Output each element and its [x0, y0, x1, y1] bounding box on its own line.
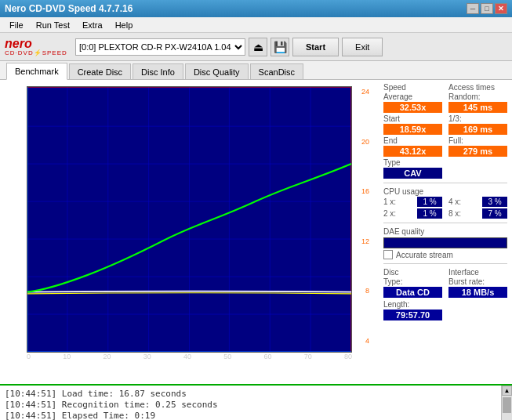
end-label: End [383, 136, 442, 145]
cpu-4x-value: 3 % [482, 197, 507, 207]
accurate-stream-row: Accurate stream [383, 250, 507, 259]
save-icon-button[interactable]: 💾 [271, 38, 289, 56]
x-axis-labels: 0 10 20 30 40 50 60 70 80 [27, 351, 352, 360]
chart-outer: 56 X 48 X 40 X 32 X 24 X 16 X 8 X 0 [27, 86, 352, 362]
cpu-row-2x: 2 x: 1 % [383, 208, 442, 219]
right-panel: Speed Average 32.53x Start 18.59x End 43… [379, 80, 512, 384]
start-label: Start [383, 114, 442, 123]
accurate-stream-label: Accurate stream [396, 251, 453, 259]
nero-brand: nero [5, 38, 32, 50]
cdvd-brand: CD·DVD⚡SPEED [5, 50, 67, 56]
speed-access-group: Speed Average 32.53x Start 18.59x End 43… [383, 83, 507, 179]
average-value: 32.53x [383, 102, 442, 113]
window-controls: ─ □ ✕ [467, 3, 507, 14]
exit-button[interactable]: Exit [342, 38, 383, 56]
disc-interface-group: Disc Type: Data CD Length: 79:57.70 Inte… [383, 268, 507, 320]
chart-svg [27, 87, 351, 352]
divider-3 [383, 263, 507, 264]
burst-label: Burst rate: [448, 277, 507, 286]
tab-scan-disc[interactable]: ScanDisc [250, 63, 303, 79]
tab-bar: Benchmark Create Disc Disc Info Disc Qua… [0, 61, 512, 80]
dae-label: DAE quality [383, 227, 507, 236]
y-axis-left: 56 X 48 X 40 X 32 X 24 X 16 X 8 X 0 [5, 86, 20, 346]
cpu-col-2: 4 x: 3 % 8 x: 7 % [448, 197, 507, 219]
type-value: CAV [383, 168, 442, 179]
main-content: 56 X 48 X 40 X 32 X 24 X 16 X 8 X 0 [0, 80, 512, 384]
dae-group: DAE quality Accurate stream [383, 227, 507, 259]
y-axis-right: 24 20 16 12 8 4 [361, 86, 369, 346]
divider-2 [383, 223, 507, 223]
cpu-col-1: 1 x: 1 % 2 x: 1 % [383, 197, 442, 219]
disc-type-sublabel: Type: [383, 277, 442, 286]
one-third-value: 169 ms [448, 124, 507, 135]
eject-icon-button[interactable]: ⏏ [249, 38, 267, 56]
log-line-2: [10:44:51] Elapsed Time: 0:19 [5, 411, 496, 420]
cpu-2x-value: 1 % [417, 208, 442, 219]
scroll-thumb[interactable] [503, 397, 511, 413]
device-select[interactable]: [0:0] PLEXTOR CD-R PX-W2410A 1.04 [75, 38, 245, 56]
menu-bar: File Run Test Extra Help [0, 17, 512, 33]
tab-benchmark[interactable]: Benchmark [6, 63, 67, 80]
title-bar: Nero CD-DVD Speed 4.7.7.16 ─ □ ✕ [0, 0, 512, 17]
random-value: 145 ms [448, 102, 507, 113]
nero-logo: nero CD·DVD⚡SPEED [5, 35, 67, 59]
log-line-1: [10:44:51] Recognition time: 0.25 second… [5, 400, 496, 410]
close-button[interactable]: ✕ [495, 3, 507, 14]
minimize-button[interactable]: ─ [467, 3, 479, 14]
log-line-0: [10:44:51] Load time: 16.87 seconds [5, 389, 496, 399]
burst-value: 18 MB/s [448, 287, 507, 298]
length-label: Length: [383, 300, 442, 309]
disc-col: Disc Type: Data CD Length: 79:57.70 [383, 268, 442, 320]
one-third-label: 1/3: [448, 114, 507, 123]
type-label: Type [383, 158, 442, 167]
tab-disc-info[interactable]: Disc Info [133, 63, 183, 79]
cpu-1x-value: 1 % [417, 197, 442, 207]
cpu-8x-value: 7 % [482, 208, 507, 219]
disc-type-label: Disc [383, 268, 442, 277]
start-value: 18.59x [383, 124, 442, 135]
disc-type-value: Data CD [383, 287, 442, 298]
dae-bar [383, 237, 507, 248]
maximize-button[interactable]: □ [481, 3, 493, 14]
full-label: Full: [448, 136, 507, 145]
length-value: 79:57.70 [383, 310, 442, 320]
cpu-row-8x: 8 x: 7 % [448, 208, 507, 219]
full-value: 279 ms [448, 146, 507, 157]
menu-run-test[interactable]: Run Test [30, 19, 76, 31]
divider-1 [383, 183, 507, 183]
status-log: [10:44:51] Load time: 16.87 seconds [10:… [0, 384, 512, 420]
access-col: Access times Random: 145 ms 1/3: 169 ms … [448, 83, 507, 179]
interface-col: Interface Burst rate: 18 MB/s [448, 268, 507, 320]
speed-col: Speed Average 32.53x Start 18.59x End 43… [383, 83, 442, 179]
toolbar: nero CD·DVD⚡SPEED [0:0] PLEXTOR CD-R PX-… [0, 33, 512, 61]
tab-disc-quality[interactable]: Disc Quality [185, 63, 249, 79]
cpu-label: CPU usage [383, 187, 507, 196]
end-value: 43.12x [383, 146, 442, 157]
average-label: Average [383, 92, 442, 101]
cpu-row-4x: 4 x: 3 % [448, 197, 507, 207]
access-times-label: Access times [448, 83, 507, 92]
accurate-stream-checkbox[interactable] [383, 250, 393, 259]
menu-file[interactable]: File [3, 19, 30, 31]
log-scrollbar[interactable]: ▲ ▼ [501, 386, 512, 420]
speed-label: Speed [383, 83, 442, 92]
menu-extra[interactable]: Extra [76, 19, 109, 31]
cpu-group: CPU usage 1 x: 1 % 2 x: 1 % 4 x: 3 % [383, 187, 507, 219]
cpu-rows: 1 x: 1 % 2 x: 1 % 4 x: 3 % 8 x: [383, 197, 507, 219]
random-label: Random: [448, 92, 507, 101]
scroll-up-button[interactable]: ▲ [502, 386, 512, 396]
interface-label: Interface [448, 268, 507, 277]
cpu-row-1x: 1 x: 1 % [383, 197, 442, 207]
window-title: Nero CD-DVD Speed 4.7.7.16 [5, 3, 133, 14]
start-button[interactable]: Start [292, 38, 339, 56]
tab-create-disc[interactable]: Create Disc [69, 63, 131, 79]
chart-box [27, 86, 352, 353]
chart-panel: 56 X 48 X 40 X 32 X 24 X 16 X 8 X 0 [0, 80, 379, 384]
menu-help[interactable]: Help [109, 19, 140, 31]
log-content: [10:44:51] Load time: 16.87 seconds [10:… [0, 386, 501, 420]
